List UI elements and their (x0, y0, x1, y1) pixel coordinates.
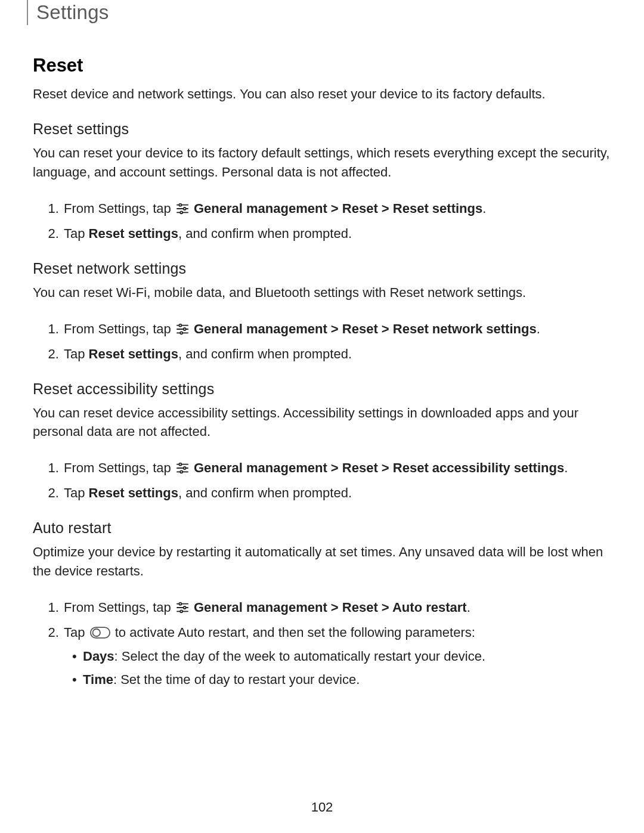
step-text: to activate Auto restart, and then set t… (115, 625, 475, 640)
step: Tap Reset settings, and confirm when pro… (63, 224, 611, 243)
step-text: From Settings, tap (64, 201, 175, 216)
step-bold: General management > Reset > Auto restar… (194, 600, 467, 615)
step: Tap Reset settings, and confirm when pro… (63, 344, 611, 364)
step-bold: Reset settings (89, 226, 178, 241)
list-item: Time: Set the time of day to restart you… (83, 670, 611, 689)
step-post: . (537, 321, 540, 336)
step-bold: Reset settings (89, 485, 178, 500)
step-text: Tap (64, 346, 89, 361)
step-post: . (467, 600, 470, 615)
heading-auto-restart: Auto restart (33, 519, 611, 537)
step-post: . (564, 460, 568, 475)
svg-point-11 (180, 332, 182, 334)
step-post: , and confirm when prompted. (178, 346, 352, 361)
body-reset-accessibility: You can reset device accessibility setti… (33, 404, 611, 442)
section-intro: Reset device and network settings. You c… (33, 85, 611, 104)
param-label: Days (83, 649, 114, 664)
step-bold: General management > Reset > Reset netwo… (194, 321, 537, 336)
body-reset-network: You can reset Wi-Fi, mobile data, and Bl… (33, 283, 611, 302)
step: From Settings, tap General management > … (63, 458, 611, 479)
step: Tap to activate Auto restart, and then s… (63, 623, 611, 689)
sliders-icon (176, 460, 189, 479)
svg-point-5 (180, 211, 182, 213)
heading-reset-settings: Reset settings (33, 120, 611, 138)
header-title: Settings (36, 1, 109, 23)
sliders-icon (176, 200, 189, 220)
heading-reset-accessibility: Reset accessibility settings (33, 380, 611, 398)
step-bold: Reset settings (89, 346, 178, 361)
step-post: , and confirm when prompted. (178, 226, 352, 241)
steps-reset-settings: From Settings, tap General management > … (33, 199, 611, 243)
step-text: Tap (64, 485, 89, 500)
page-header: Settings (27, 0, 611, 25)
sliders-icon (176, 599, 189, 619)
param-text: : Set the time of day to restart your de… (113, 672, 360, 687)
steps-auto-restart: From Settings, tap General management > … (33, 597, 611, 689)
step: From Settings, tap General management > … (63, 597, 611, 619)
svg-point-7 (179, 324, 181, 326)
toggle-off-icon (90, 624, 110, 644)
step-bold: General management > Reset > Reset setti… (194, 201, 482, 216)
svg-point-15 (183, 467, 185, 469)
body-reset-settings: You can reset your device to its factory… (33, 144, 611, 182)
step-bold: General management > Reset > Reset acces… (194, 460, 564, 475)
svg-point-21 (183, 606, 185, 609)
step: From Settings, tap General management > … (63, 199, 611, 220)
manual-page: Settings Reset Reset device and network … (0, 0, 644, 833)
step-text: From Settings, tap (64, 321, 175, 336)
step: Tap Reset settings, and confirm when pro… (63, 483, 611, 503)
step-text: From Settings, tap (64, 600, 175, 615)
svg-point-25 (92, 629, 100, 637)
svg-point-9 (183, 328, 185, 330)
svg-point-13 (179, 463, 181, 466)
step-text: Tap (64, 625, 89, 640)
sliders-icon (176, 321, 189, 340)
step-text: Tap (64, 226, 89, 241)
param-label: Time (83, 672, 113, 687)
step-post: . (482, 201, 486, 216)
svg-point-23 (180, 610, 182, 612)
list-item: Days: Select the day of the week to auto… (83, 646, 611, 666)
step-text: From Settings, tap (64, 460, 175, 475)
steps-reset-network: From Settings, tap General management > … (33, 319, 611, 364)
step-post: , and confirm when prompted. (178, 485, 352, 500)
page-number: 102 (0, 800, 644, 815)
body-auto-restart: Optimize your device by restarting it au… (33, 543, 611, 581)
section-title-reset: Reset (33, 55, 611, 76)
auto-restart-params: Days: Select the day of the week to auto… (64, 646, 611, 689)
svg-point-19 (179, 603, 181, 605)
svg-point-3 (183, 208, 185, 210)
param-text: : Select the day of the week to automati… (114, 649, 485, 664)
step: From Settings, tap General management > … (63, 319, 611, 340)
svg-point-1 (179, 203, 181, 206)
steps-reset-accessibility: From Settings, tap General management > … (33, 458, 611, 503)
svg-point-17 (180, 471, 182, 473)
heading-reset-network: Reset network settings (33, 260, 611, 277)
